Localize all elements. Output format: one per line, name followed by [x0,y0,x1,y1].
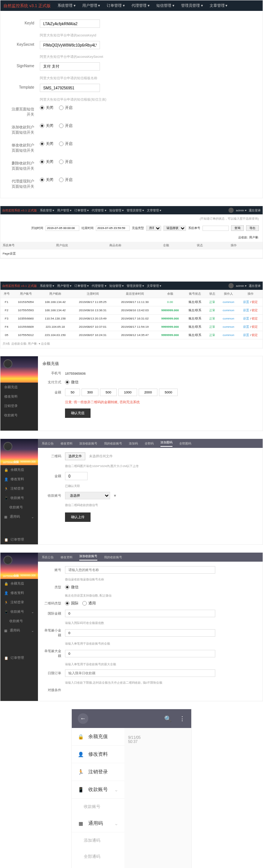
amount-1000-button[interactable]: 1000 [118,389,137,396]
sb2-profile[interactable]: 👤 修改资料 [0,588,38,598]
table-row[interactable]: F310355/8660110.54.138.1582019/08/13 20:… [0,315,263,323]
template-input[interactable] [40,84,100,92]
mobile-subitem[interactable]: 全部通码 [72,848,124,865]
nav2-7[interactable]: 文章管理 ▾ [147,208,161,212]
amount-50-button[interactable]: 50 [65,389,80,396]
avatar-icon[interactable] [3,359,12,368]
tab3-3[interactable]: 我的收款账号 [104,555,122,559]
sb2-logout[interactable]: 🏃 注销登录 [0,598,38,607]
mobile-subitem[interactable]: 收款账号 [72,799,124,815]
sb-logout[interactable]: 🏃 注销登录 [0,484,38,493]
nav2-5[interactable]: 短信管理 ▾ [109,208,124,212]
nav2-2[interactable]: 用户管理 ▾ [57,208,71,212]
search-button[interactable]: 查询 [231,225,244,231]
nav-system[interactable]: 系统管理 ▾ [54,2,79,10]
export-button[interactable]: 导出 [246,225,259,231]
tab-7[interactable]: 全部图码 [179,442,191,446]
tab3-1[interactable]: 修改资料 [60,555,73,559]
radio-on[interactable]: 开启 [59,123,73,128]
avatar-icon[interactable] [3,556,12,565]
minlimit-input[interactable] [65,629,215,637]
method-wechat-radio[interactable]: 微信 [65,380,79,385]
end-date-input[interactable] [96,226,130,231]
nav2-6[interactable]: 管理员管理 ▾ [127,208,144,212]
back-button[interactable]: ← [78,713,88,724]
nav2-3[interactable]: 订单管理 ▾ [74,208,89,212]
daily-input[interactable] [65,669,215,677]
table-row[interactable]: F410155/8609223.104.65.182019/08/07 10:3… [0,323,263,331]
minmax-input[interactable] [65,610,215,617]
nav-article[interactable]: 文章管理 ▾ [207,2,231,10]
radio-on[interactable]: 开启 [59,141,73,146]
more-icon[interactable]: ⋮ [179,715,185,722]
nav2-1[interactable]: 系统管理 ▾ [40,208,54,212]
mobile-item[interactable]: 👤修改资料 [72,746,124,763]
radio-on[interactable]: 开启 [59,105,73,110]
amount-input[interactable] [65,472,88,480]
sidebar-logout[interactable]: 注销登录 [0,401,38,411]
keyid-input[interactable] [40,20,100,28]
nav-agent[interactable]: 代理管理 ▾ [128,2,153,10]
keysecret-input[interactable] [40,41,100,49]
maxlimit-input[interactable] [65,650,215,657]
radio-off[interactable]: 关闭 [40,141,53,146]
tab3-0[interactable]: 系统公告 [42,555,54,559]
sb-orders[interactable]: 📋 订单管理 [0,535,38,544]
table-row[interactable]: F110153/5054100.168.134.422019/08/17 11:… [0,298,263,306]
sidebar-accounts[interactable]: 收款账号 [0,411,38,420]
start-date-input[interactable] [45,226,79,231]
file-select-button[interactable]: 选择文件 [65,452,85,460]
recharge-submit-button[interactable]: 确认充值 [65,408,91,418]
amount-5000-button[interactable]: 5000 [159,389,178,396]
radio-off[interactable]: 关闭 [40,123,53,128]
radio-off[interactable]: 关闭 [40,177,53,182]
tab-0[interactable]: 系统公告 [42,442,54,446]
mobile-item[interactable]: 🏃注销登录 [72,763,124,781]
mobile-subitem[interactable]: 添加通码 [72,832,124,848]
amount-2000-button[interactable]: 2000 [139,389,157,396]
tab-2[interactable]: 添加收款账号 [79,442,97,446]
account-name-input[interactable] [65,566,215,574]
radio-on[interactable]: 开启 [59,159,73,164]
qrtype-common-radio[interactable]: 通用 [82,601,96,606]
nav-order[interactable]: 订单管理 ▾ [104,2,128,10]
sb-recharge[interactable]: 🔒 余额充值 [0,465,38,475]
sb2-accounts[interactable]: 📱 收款账号 ⌄ [0,607,38,616]
table-row[interactable]: F210755/5593100.168.134.422019/08/16 13:… [0,306,263,315]
mobile-item[interactable]: ▦通用码⌄ [72,815,124,832]
tab3-2[interactable]: 添加收款账号 [79,554,97,561]
sidebar-profile[interactable]: 修改资料 [0,392,38,401]
avatar-icon[interactable] [228,283,234,288]
mobile-item[interactable]: 📱收款账号⌄ [72,781,124,799]
tab-4[interactable]: 添加码 [129,442,138,446]
tab-5[interactable]: 全部码 [145,442,154,446]
upload-submit-button[interactable]: 确认上传 [65,512,91,522]
tab-6[interactable]: 添加图码 [160,440,172,447]
avatar-icon[interactable] [3,442,12,451]
amount-500-button[interactable]: 500 [100,389,117,396]
sb-accounts[interactable]: 📱 收款账号 [0,493,38,503]
nav-user[interactable]: 用户管理 ▾ [79,2,103,10]
table-row[interactable]: 0510755/5012223.104.63.1502019/08/07 16:… [0,331,263,339]
status-select[interactable]: 所有 [146,226,161,231]
avatar-icon[interactable] [228,208,234,213]
nav2-4[interactable]: 代理管理 ▾ [92,208,106,212]
sb2-recharge[interactable]: 🔒 余额充值 [0,579,38,588]
status2-select[interactable]: 请选择状态 [163,226,186,231]
order-input[interactable] [203,226,229,231]
mobile-item[interactable]: 🔒余额充值 [72,728,124,746]
type-radio[interactable]: 微信 [65,585,79,590]
account-select[interactable]: 选选择 [65,492,110,499]
radio-off[interactable]: 关闭 [40,105,53,110]
signname-input[interactable] [40,62,100,71]
sidebar-recharge[interactable]: 余额充值 [0,383,38,392]
sb2-codes[interactable]: ▦ 通用码 ⌄ [0,626,38,635]
tab-1[interactable]: 修改资料 [60,442,73,446]
qrtype-intl-radio[interactable]: 国际 [65,601,79,606]
nav-admin[interactable]: 管理员管理 ▾ [178,2,206,10]
sb2-orders[interactable]: 📋 订单管理 [0,653,38,663]
sb-profile[interactable]: 👤 修改资料 [0,475,38,484]
radio-off[interactable]: 关闭 [40,159,53,164]
radio-on[interactable]: 开启 [59,177,73,182]
sb-codes[interactable]: ▦ 通用码 ⌄ [0,512,38,521]
